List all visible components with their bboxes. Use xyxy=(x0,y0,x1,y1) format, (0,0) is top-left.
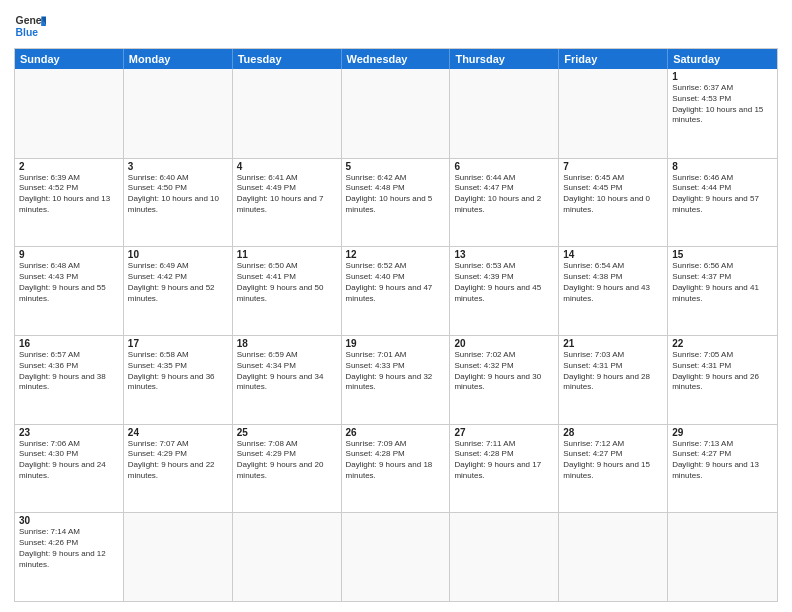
calendar-cell xyxy=(233,513,342,601)
sun-info: Sunrise: 6:58 AMSunset: 4:35 PMDaylight:… xyxy=(128,350,228,393)
calendar-cell: 12Sunrise: 6:52 AMSunset: 4:40 PMDayligh… xyxy=(342,247,451,335)
calendar-cell: 20Sunrise: 7:02 AMSunset: 4:32 PMDayligh… xyxy=(450,336,559,424)
calendar-cell: 5Sunrise: 6:42 AMSunset: 4:48 PMDaylight… xyxy=(342,159,451,247)
sun-info: Sunrise: 7:12 AMSunset: 4:27 PMDaylight:… xyxy=(563,439,663,482)
calendar-cell: 22Sunrise: 7:05 AMSunset: 4:31 PMDayligh… xyxy=(668,336,777,424)
day-number: 14 xyxy=(563,249,663,260)
calendar-row-5: 30Sunrise: 7:14 AMSunset: 4:26 PMDayligh… xyxy=(15,512,777,601)
sun-info: Sunrise: 6:39 AMSunset: 4:52 PMDaylight:… xyxy=(19,173,119,216)
calendar-cell: 1Sunrise: 6:37 AMSunset: 4:53 PMDaylight… xyxy=(668,69,777,158)
day-number: 3 xyxy=(128,161,228,172)
sun-info: Sunrise: 7:02 AMSunset: 4:32 PMDaylight:… xyxy=(454,350,554,393)
header: General Blue xyxy=(14,10,778,42)
header-cell-sunday: Sunday xyxy=(15,49,124,69)
day-number: 24 xyxy=(128,427,228,438)
calendar-cell: 23Sunrise: 7:06 AMSunset: 4:30 PMDayligh… xyxy=(15,425,124,513)
day-number: 7 xyxy=(563,161,663,172)
day-number: 23 xyxy=(19,427,119,438)
calendar-cell: 15Sunrise: 6:56 AMSunset: 4:37 PMDayligh… xyxy=(668,247,777,335)
sun-info: Sunrise: 6:45 AMSunset: 4:45 PMDaylight:… xyxy=(563,173,663,216)
day-number: 16 xyxy=(19,338,119,349)
sun-info: Sunrise: 7:03 AMSunset: 4:31 PMDaylight:… xyxy=(563,350,663,393)
calendar-cell: 19Sunrise: 7:01 AMSunset: 4:33 PMDayligh… xyxy=(342,336,451,424)
calendar-cell: 17Sunrise: 6:58 AMSunset: 4:35 PMDayligh… xyxy=(124,336,233,424)
sun-info: Sunrise: 7:06 AMSunset: 4:30 PMDaylight:… xyxy=(19,439,119,482)
sun-info: Sunrise: 6:57 AMSunset: 4:36 PMDaylight:… xyxy=(19,350,119,393)
day-number: 1 xyxy=(672,71,773,82)
day-number: 25 xyxy=(237,427,337,438)
calendar-cell: 25Sunrise: 7:08 AMSunset: 4:29 PMDayligh… xyxy=(233,425,342,513)
calendar-cell: 3Sunrise: 6:40 AMSunset: 4:50 PMDaylight… xyxy=(124,159,233,247)
calendar-cell xyxy=(233,69,342,158)
header-cell-friday: Friday xyxy=(559,49,668,69)
sun-info: Sunrise: 6:42 AMSunset: 4:48 PMDaylight:… xyxy=(346,173,446,216)
calendar-cell xyxy=(450,513,559,601)
sun-info: Sunrise: 6:46 AMSunset: 4:44 PMDaylight:… xyxy=(672,173,773,216)
calendar-cell: 2Sunrise: 6:39 AMSunset: 4:52 PMDaylight… xyxy=(15,159,124,247)
calendar-cell: 13Sunrise: 6:53 AMSunset: 4:39 PMDayligh… xyxy=(450,247,559,335)
sun-info: Sunrise: 7:14 AMSunset: 4:26 PMDaylight:… xyxy=(19,527,119,570)
day-number: 30 xyxy=(19,515,119,526)
sun-info: Sunrise: 6:50 AMSunset: 4:41 PMDaylight:… xyxy=(237,261,337,304)
calendar-cell: 10Sunrise: 6:49 AMSunset: 4:42 PMDayligh… xyxy=(124,247,233,335)
calendar: SundayMondayTuesdayWednesdayThursdayFrid… xyxy=(14,48,778,602)
sun-info: Sunrise: 6:59 AMSunset: 4:34 PMDaylight:… xyxy=(237,350,337,393)
day-number: 21 xyxy=(563,338,663,349)
sun-info: Sunrise: 6:54 AMSunset: 4:38 PMDaylight:… xyxy=(563,261,663,304)
sun-info: Sunrise: 7:07 AMSunset: 4:29 PMDaylight:… xyxy=(128,439,228,482)
sun-info: Sunrise: 6:40 AMSunset: 4:50 PMDaylight:… xyxy=(128,173,228,216)
sun-info: Sunrise: 6:41 AMSunset: 4:49 PMDaylight:… xyxy=(237,173,337,216)
calendar-body: 1Sunrise: 6:37 AMSunset: 4:53 PMDaylight… xyxy=(15,69,777,601)
calendar-row-0: 1Sunrise: 6:37 AMSunset: 4:53 PMDaylight… xyxy=(15,69,777,158)
calendar-cell xyxy=(559,69,668,158)
calendar-cell: 11Sunrise: 6:50 AMSunset: 4:41 PMDayligh… xyxy=(233,247,342,335)
day-number: 5 xyxy=(346,161,446,172)
sun-info: Sunrise: 7:05 AMSunset: 4:31 PMDaylight:… xyxy=(672,350,773,393)
calendar-cell xyxy=(450,69,559,158)
header-cell-saturday: Saturday xyxy=(668,49,777,69)
calendar-cell: 6Sunrise: 6:44 AMSunset: 4:47 PMDaylight… xyxy=(450,159,559,247)
sun-info: Sunrise: 7:08 AMSunset: 4:29 PMDaylight:… xyxy=(237,439,337,482)
logo-icon: General Blue xyxy=(14,10,46,42)
calendar-cell xyxy=(15,69,124,158)
calendar-row-4: 23Sunrise: 7:06 AMSunset: 4:30 PMDayligh… xyxy=(15,424,777,513)
calendar-cell: 4Sunrise: 6:41 AMSunset: 4:49 PMDaylight… xyxy=(233,159,342,247)
header-cell-tuesday: Tuesday xyxy=(233,49,342,69)
day-number: 2 xyxy=(19,161,119,172)
sun-info: Sunrise: 6:48 AMSunset: 4:43 PMDaylight:… xyxy=(19,261,119,304)
header-cell-wednesday: Wednesday xyxy=(342,49,451,69)
sun-info: Sunrise: 6:53 AMSunset: 4:39 PMDaylight:… xyxy=(454,261,554,304)
logo: General Blue xyxy=(14,10,46,42)
calendar-row-1: 2Sunrise: 6:39 AMSunset: 4:52 PMDaylight… xyxy=(15,158,777,247)
calendar-cell: 9Sunrise: 6:48 AMSunset: 4:43 PMDaylight… xyxy=(15,247,124,335)
calendar-cell: 26Sunrise: 7:09 AMSunset: 4:28 PMDayligh… xyxy=(342,425,451,513)
day-number: 4 xyxy=(237,161,337,172)
calendar-cell xyxy=(559,513,668,601)
calendar-cell: 18Sunrise: 6:59 AMSunset: 4:34 PMDayligh… xyxy=(233,336,342,424)
calendar-cell: 21Sunrise: 7:03 AMSunset: 4:31 PMDayligh… xyxy=(559,336,668,424)
sun-info: Sunrise: 6:56 AMSunset: 4:37 PMDaylight:… xyxy=(672,261,773,304)
calendar-cell: 27Sunrise: 7:11 AMSunset: 4:28 PMDayligh… xyxy=(450,425,559,513)
day-number: 28 xyxy=(563,427,663,438)
calendar-cell: 8Sunrise: 6:46 AMSunset: 4:44 PMDaylight… xyxy=(668,159,777,247)
calendar-cell xyxy=(124,69,233,158)
day-number: 13 xyxy=(454,249,554,260)
sun-info: Sunrise: 6:37 AMSunset: 4:53 PMDaylight:… xyxy=(672,83,773,126)
calendar-cell: 7Sunrise: 6:45 AMSunset: 4:45 PMDaylight… xyxy=(559,159,668,247)
calendar-cell: 14Sunrise: 6:54 AMSunset: 4:38 PMDayligh… xyxy=(559,247,668,335)
sun-info: Sunrise: 7:09 AMSunset: 4:28 PMDaylight:… xyxy=(346,439,446,482)
calendar-cell: 30Sunrise: 7:14 AMSunset: 4:26 PMDayligh… xyxy=(15,513,124,601)
sun-info: Sunrise: 7:11 AMSunset: 4:28 PMDaylight:… xyxy=(454,439,554,482)
day-number: 26 xyxy=(346,427,446,438)
calendar-cell: 29Sunrise: 7:13 AMSunset: 4:27 PMDayligh… xyxy=(668,425,777,513)
page: General Blue SundayMondayTuesdayWednesda… xyxy=(0,0,792,612)
day-number: 27 xyxy=(454,427,554,438)
day-number: 11 xyxy=(237,249,337,260)
calendar-cell xyxy=(668,513,777,601)
calendar-cell xyxy=(342,513,451,601)
day-number: 8 xyxy=(672,161,773,172)
calendar-cell xyxy=(124,513,233,601)
calendar-row-2: 9Sunrise: 6:48 AMSunset: 4:43 PMDaylight… xyxy=(15,246,777,335)
sun-info: Sunrise: 7:01 AMSunset: 4:33 PMDaylight:… xyxy=(346,350,446,393)
sun-info: Sunrise: 6:52 AMSunset: 4:40 PMDaylight:… xyxy=(346,261,446,304)
